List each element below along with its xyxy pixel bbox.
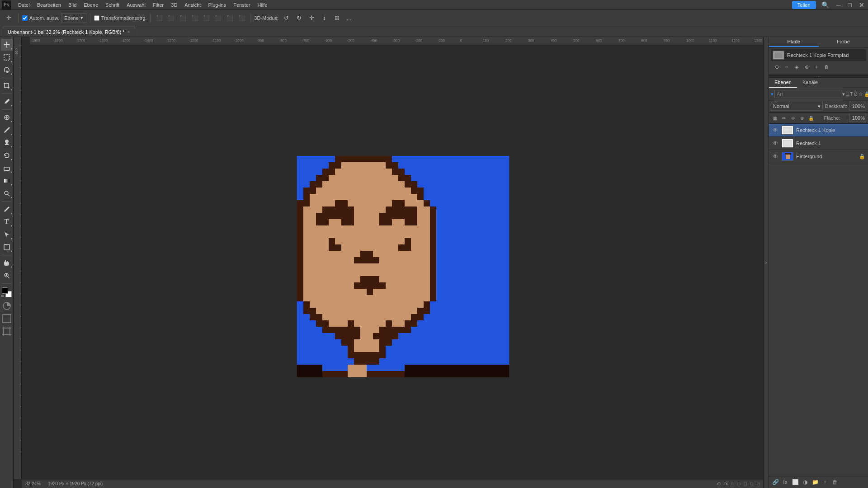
swap-colors-icon[interactable]: ⇄	[1, 294, 4, 298]
tab-farbe[interactable]: Farbe	[819, 37, 868, 47]
layer-visibility-1[interactable]: 👁	[772, 140, 779, 147]
add-style-icon[interactable]: fx	[781, 478, 790, 487]
blend-mode-dropdown[interactable]: Normal ▾	[771, 102, 823, 111]
menu-bearbeiten[interactable]: Bearbeiten	[33, 1, 65, 9]
layers-icon-4[interactable]: ☆	[859, 89, 863, 99]
toolbar-more-btn[interactable]: ...	[344, 14, 354, 22]
share-button[interactable]: Teilen	[792, 1, 816, 9]
menu-ansicht[interactable]: Ansicht	[181, 1, 204, 9]
3d-slide-icon[interactable]: ↕	[318, 12, 330, 24]
gradient-tool-btn[interactable]: ▾	[1, 175, 13, 187]
layer-visibility-2[interactable]: 👁	[772, 153, 779, 160]
hand-tool-btn[interactable]: ▾	[1, 257, 13, 269]
opacity-input[interactable]	[849, 102, 866, 111]
align-right-btn[interactable]: ⬛	[178, 13, 188, 23]
layers-icon-1[interactable]: □	[846, 89, 849, 99]
eraser-tool-btn[interactable]: ▾	[1, 162, 13, 174]
layer-item-0[interactable]: 👁 Rechteck 1 Kopie	[769, 124, 868, 137]
eyedropper-tool-btn[interactable]: ▾	[1, 96, 13, 108]
layer-visibility-0[interactable]: 👁	[772, 127, 779, 134]
align-left-btn[interactable]: ⬛	[154, 13, 164, 23]
stamp-tool-btn[interactable]: ▾	[1, 137, 13, 149]
align-distribute-btn[interactable]: ⬛	[189, 13, 199, 23]
3d-scale-icon[interactable]: ⊞	[331, 12, 343, 24]
path-new-icon[interactable]: +	[812, 63, 821, 71]
ebene-dropdown[interactable]: Ebene ▾	[61, 13, 86, 23]
3d-roll-icon[interactable]: ↻	[293, 12, 305, 24]
pen-tool-btn[interactable]: ▾	[1, 203, 13, 215]
type-tool-btn[interactable]: T ▾	[1, 216, 13, 228]
history-brush-tool-btn[interactable]: ▾	[1, 150, 13, 161]
menu-ebene[interactable]: Ebene	[80, 1, 102, 9]
menu-bild[interactable]: Bild	[65, 1, 80, 9]
search-icon[interactable]: 🔍	[820, 1, 831, 9]
menu-datei[interactable]: Datei	[14, 1, 33, 9]
move-tool-btn[interactable]: ▾	[1, 39, 13, 51]
layers-icon-3[interactable]: ⊙	[854, 89, 858, 99]
zoom-tool-btn[interactable]	[1, 270, 13, 282]
dodge-tool-btn[interactable]: ▾	[1, 188, 13, 199]
menu-schrift[interactable]: Schrift	[102, 1, 123, 9]
tab-pfade[interactable]: Pfade	[769, 37, 819, 47]
layers-icon-2[interactable]: T	[850, 89, 853, 99]
rectangular-marquee-tool-btn[interactable]: ▾	[1, 52, 13, 63]
align-top-btn[interactable]: ⬛	[201, 13, 211, 23]
lasso-tool-btn[interactable]: ▾	[1, 64, 13, 76]
path-load-icon[interactable]: ◈	[793, 63, 801, 71]
shape-tool-btn[interactable]: ▾	[1, 241, 13, 253]
layer-item-2[interactable]: 👁 Hintergrund 🔒	[769, 150, 868, 163]
menu-3d[interactable]: 3D	[167, 1, 181, 9]
layers-type-filter[interactable]: ▾	[842, 89, 845, 99]
path-delete-icon[interactable]: 🗑	[822, 63, 830, 71]
new-adjustment-icon[interactable]: ◑	[801, 478, 810, 487]
menu-hilfe[interactable]: Hilfe	[254, 1, 271, 9]
tab-ebenen[interactable]: Ebenen	[769, 78, 797, 88]
3d-rotate-icon[interactable]: ↺	[280, 12, 292, 24]
tab-kanaele[interactable]: Kanäle	[797, 78, 823, 88]
menu-plugins[interactable]: Plug-ins	[204, 1, 230, 9]
lock-pixels-icon[interactable]: ✏	[780, 114, 788, 122]
canvas-container[interactable]	[22, 45, 763, 479]
auto-select-checkbox[interactable]	[22, 15, 28, 21]
quick-mask-btn[interactable]	[2, 301, 12, 311]
tab-close-btn[interactable]: ×	[127, 29, 130, 34]
artboard-icon[interactable]	[2, 326, 12, 336]
lock-artboard-icon[interactable]: ⊕	[798, 114, 806, 122]
link-layers-icon[interactable]: 🔗	[771, 478, 780, 487]
path-mask-icon[interactable]: ⊕	[802, 63, 811, 71]
menu-auswahl[interactable]: Auswahl	[123, 1, 149, 9]
layers-search-input[interactable]	[774, 90, 841, 98]
fill-input[interactable]	[849, 114, 866, 122]
delete-layer-icon[interactable]: 🗑	[830, 478, 840, 487]
path-item[interactable]: Rechteck 1 Kopie Formpfad	[771, 49, 866, 61]
lock-position-icon[interactable]: ✛	[789, 114, 797, 122]
layers-icon-5[interactable]: 🔒	[864, 89, 868, 99]
align-v-distribute-btn[interactable]: ⬛	[236, 13, 246, 23]
close-icon[interactable]: ✕	[857, 1, 866, 9]
heal-tool-btn[interactable]: ▾	[1, 112, 13, 123]
canvas-area[interactable]: -1900-1800-1700 -1600-1500-1400 -1300-12…	[14, 37, 763, 488]
align-center-v-btn[interactable]: ⬛	[166, 13, 176, 23]
right-panel-collapse-btn[interactable]: ›	[763, 37, 769, 488]
new-layer-icon[interactable]: +	[821, 478, 830, 487]
move-options-icon[interactable]: ✛	[3, 12, 14, 24]
add-mask-icon[interactable]: ⬜	[791, 478, 800, 487]
lock-transparent-icon[interactable]: ▦	[771, 114, 779, 122]
path-fill-icon[interactable]: ⊙	[773, 63, 781, 71]
transform-checkbox[interactable]	[94, 15, 99, 21]
layer-item-1[interactable]: 👁 Rechteck 1	[769, 137, 868, 150]
brush-tool-btn[interactable]: ▾	[1, 124, 13, 136]
align-bottom-btn[interactable]: ⬛	[225, 13, 235, 23]
layers-filter-icon[interactable]: ▾	[771, 89, 774, 99]
screen-mode-btn[interactable]	[2, 314, 12, 324]
crop-tool-btn[interactable]: ▾	[1, 80, 13, 92]
menu-fenster[interactable]: Fenster	[230, 1, 254, 9]
3d-pan-icon[interactable]: ✛	[306, 12, 317, 24]
foreground-color-swatch[interactable]	[2, 287, 8, 294]
path-stroke-icon[interactable]: ○	[783, 63, 791, 71]
document-tab[interactable]: Unbenannt-1 bei 32,2% (Rechteck 1 Kopie,…	[3, 27, 135, 37]
align-middle-btn[interactable]: ⬛	[213, 13, 223, 23]
path-selection-tool-btn[interactable]: ▾	[1, 229, 13, 240]
lock-all-icon[interactable]: 🔒	[807, 114, 815, 122]
maximize-icon[interactable]: □	[846, 1, 854, 9]
